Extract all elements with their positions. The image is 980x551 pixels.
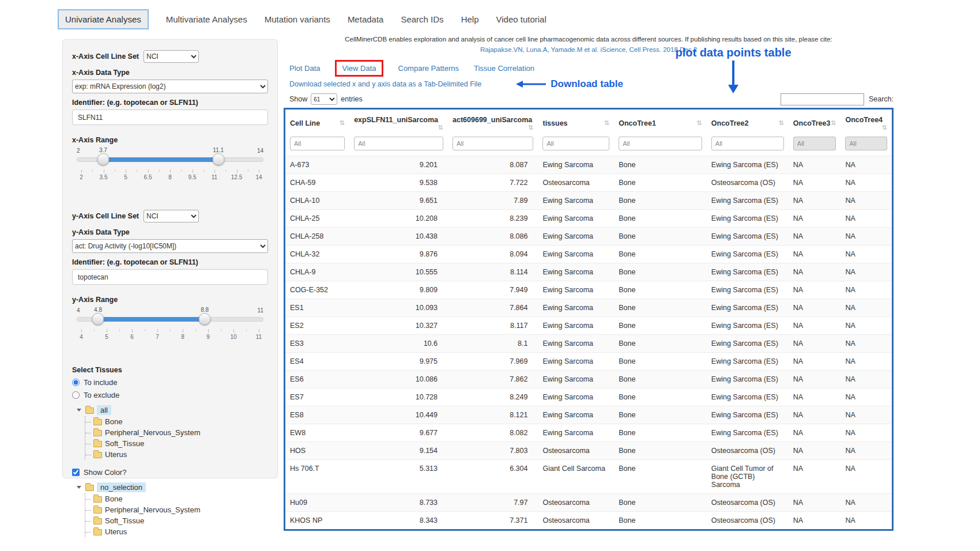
x-range-handle-high[interactable]: 11.1: [212, 153, 224, 165]
cell-oncotree3: NA: [789, 441, 841, 459]
cell-expslfn11-unisarcoma: 8.733: [349, 493, 448, 511]
download-link[interactable]: Download selected x and y axis data as a…: [289, 80, 481, 88]
tick-mark: [183, 329, 183, 333]
y-range-slider[interactable]: 4 11 4.8 8.8: [77, 307, 263, 328]
tick-label: 12.5: [231, 174, 242, 180]
tab-compare-patterns[interactable]: Compare Patterns: [398, 64, 459, 73]
to-exclude-radio[interactable]: [72, 391, 80, 399]
x-data-type-select[interactable]: exp: mRNA Expression (log2): [72, 80, 268, 93]
filter-input-oncotree4[interactable]: [845, 137, 887, 150]
filter-cell: [840, 136, 892, 156]
cell-act609699-unisarcoma: 8.249: [448, 388, 538, 406]
y-range-handle-high[interactable]: 8.8: [199, 313, 211, 325]
tree-node-uterus[interactable]: Uterus: [92, 449, 268, 460]
sort-icon[interactable]: ⇅: [831, 119, 836, 127]
column-header-cell-line[interactable]: Cell Line⇅: [285, 110, 349, 136]
tree-node-peripheral-nervous-system[interactable]: Peripheral_Nervous_System: [92, 427, 268, 438]
sort-icon[interactable]: ⇅: [779, 119, 784, 127]
cell-tissues: Ewing Sarcoma: [538, 281, 614, 299]
show-color-checkbox[interactable]: [72, 469, 80, 476]
x-range-handle-low[interactable]: 3.7: [97, 153, 109, 165]
tree-node-peripheral-nervous-system[interactable]: Peripheral_Nervous_System: [92, 504, 268, 515]
column-header-tissues[interactable]: tissues⇅: [538, 110, 614, 136]
sort-icon[interactable]: ⇅: [438, 124, 443, 131]
y-range-slider-block: 4 11 4.8 8.8 4567891011: [77, 307, 263, 343]
tab-view-data[interactable]: View Data: [342, 64, 376, 73]
cell-act609699-unisarcoma: 8.094: [448, 245, 538, 263]
table-row: ES310.68.1Ewing SarcomaBoneEwing Sarcoma…: [285, 334, 892, 352]
column-header-oncotree1[interactable]: OncoTree1⇅: [614, 110, 707, 136]
x-range-slider[interactable]: 2 14 3.7 11.1: [77, 148, 263, 168]
table-row: CHLA-109.6517.89Ewing SarcomaBoneEwing S…: [285, 191, 892, 209]
tree-node-bone[interactable]: Bone: [92, 416, 268, 427]
filter-input-cell-line[interactable]: [290, 137, 345, 150]
y-data-type-select[interactable]: act: Drug Activity (-log10[IC50M]): [72, 239, 268, 253]
to-exclude-label: To exclude: [84, 391, 119, 399]
cell-oncotree4: NA: [840, 511, 892, 529]
column-header-oncotree2[interactable]: OncoTree2⇅: [707, 110, 789, 136]
sort-icon[interactable]: ⇅: [882, 124, 887, 131]
tree-node-soft-tissue[interactable]: Soft_Tissue: [92, 438, 268, 449]
cell-cell-line: EW8: [285, 424, 349, 441]
column-label: expSLFN11_uniSarcoma: [354, 116, 438, 124]
filter-input-oncotree1[interactable]: [619, 137, 702, 150]
nav-item-metadata[interactable]: Metadata: [348, 14, 384, 24]
search-input[interactable]: [781, 93, 864, 105]
y-range-handle-low[interactable]: 4.8: [92, 313, 104, 325]
citation: CellMinerCDB enables exploration and ana…: [284, 35, 894, 55]
nav-item-mutation-variants[interactable]: Mutation variants: [265, 14, 330, 24]
filter-input-oncotree2[interactable]: [711, 137, 784, 150]
filter-cell: [614, 136, 707, 156]
tree-node-uterus[interactable]: Uterus: [92, 526, 268, 537]
x-cell-line-set-select[interactable]: NCI: [144, 50, 199, 63]
filter-input-oncotree3[interactable]: [793, 137, 836, 150]
y-cell-line-set-select[interactable]: NCI: [144, 210, 199, 222]
table-row: CHLA-2510.2088.239Ewing SarcomaBoneEwing…: [285, 209, 892, 227]
cell-tissues: Ewing Sarcoma: [538, 316, 614, 334]
sidebar: x-Axis Cell Line Set NCI x-Axis Data Typ…: [62, 39, 278, 478]
nav-item-search-ids[interactable]: Search IDs: [401, 14, 443, 24]
filter-input-expslfn11-unisarcoma[interactable]: [354, 137, 443, 150]
y-identifier-input[interactable]: [72, 269, 268, 285]
table-row: ES49.9757.969Ewing SarcomaBoneEwing Sarc…: [285, 352, 892, 370]
annotation-download-table: Download table: [516, 78, 623, 90]
cell-oncotree4: NA: [840, 388, 892, 406]
x-identifier-input[interactable]: [72, 110, 268, 125]
to-include-option[interactable]: To include: [72, 378, 268, 387]
tick-mark: [92, 169, 93, 172]
citation-link[interactable]: Rajapakse.VN, Luna.A, Yamade.M et al. iS…: [480, 46, 697, 53]
to-exclude-option[interactable]: To exclude: [72, 391, 268, 399]
tree-node-no-selection[interactable]: no_selection: [77, 481, 268, 493]
column-header-oncotree4[interactable]: OncoTree4⇅: [840, 110, 892, 136]
cell-expslfn11-unisarcoma: 9.809: [349, 281, 448, 299]
sort-icon[interactable]: ⇅: [604, 119, 609, 127]
nav-item-video-tutorial[interactable]: Video tutorial: [496, 14, 546, 24]
column-header-expslfn11-unisarcoma[interactable]: expSLFN11_uniSarcoma⇅: [349, 110, 448, 136]
nav-item-univariate-analyses[interactable]: Univariate Analyses: [58, 9, 149, 29]
tree-node-soft-tissue[interactable]: Soft_Tissue: [92, 515, 268, 526]
tab-plot-data[interactable]: Plot Data: [289, 64, 320, 73]
to-include-radio[interactable]: [72, 379, 80, 386]
cell-cell-line: CHLA-25: [285, 209, 349, 227]
filter-input-tissues[interactable]: [542, 137, 609, 150]
show-color-option[interactable]: Show Color?: [72, 468, 268, 477]
cell-tissues: Ewing Sarcoma: [538, 191, 614, 209]
filter-input-act609699-unisarcoma[interactable]: [453, 137, 533, 150]
tree-node-bone[interactable]: Bone: [92, 493, 268, 504]
sort-icon[interactable]: ⇅: [528, 124, 533, 131]
column-header-act609699-unisarcoma[interactable]: act609699_uniSarcoma⇅: [448, 110, 538, 136]
nav-item-multivariate-analyses[interactable]: Multivariate Analyses: [166, 14, 247, 24]
cell-oncotree4: NA: [840, 493, 892, 511]
tree-child-label: Bone: [105, 495, 122, 503]
data-table: Cell Line⇅expSLFN11_uniSarcoma⇅act609699…: [285, 110, 892, 529]
y-range-ticks: 4567891011: [81, 329, 259, 343]
column-header-oncotree3[interactable]: OncoTree3⇅: [789, 110, 841, 136]
show-entries: Show 61 entries: [289, 93, 363, 105]
tick-mark: [137, 169, 137, 172]
nav-item-help[interactable]: Help: [461, 14, 479, 24]
entries-select[interactable]: 61: [311, 93, 337, 105]
sort-icon[interactable]: ⇅: [340, 119, 345, 127]
sort-icon[interactable]: ⇅: [697, 119, 702, 127]
tab-tissue-correlation[interactable]: Tissue Correlation: [474, 64, 534, 73]
tree-node-all[interactable]: all: [77, 404, 268, 416]
